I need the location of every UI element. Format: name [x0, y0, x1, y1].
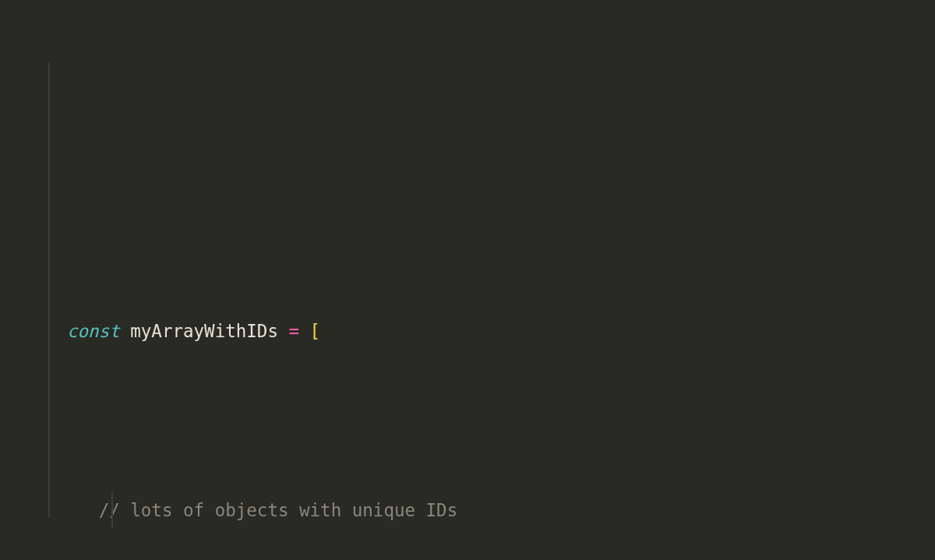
bracket-open: [ — [310, 321, 321, 341]
code-block: const myArrayWithIDs = [ // lots of obje… — [48, 170, 935, 560]
keyword-const: const — [67, 321, 120, 341]
identifier: myArrayWithIDs — [130, 321, 278, 341]
operator-assign: = — [288, 321, 299, 341]
indent-guide — [111, 492, 113, 528]
code-editor: const myArrayWithIDs = [ // lots of obje… — [0, 0, 935, 560]
code-line: const myArrayWithIDs = [ — [67, 313, 935, 349]
code-line: // lots of objects with unique IDs — [67, 492, 935, 528]
comment: // lots of objects with unique IDs — [99, 500, 458, 520]
